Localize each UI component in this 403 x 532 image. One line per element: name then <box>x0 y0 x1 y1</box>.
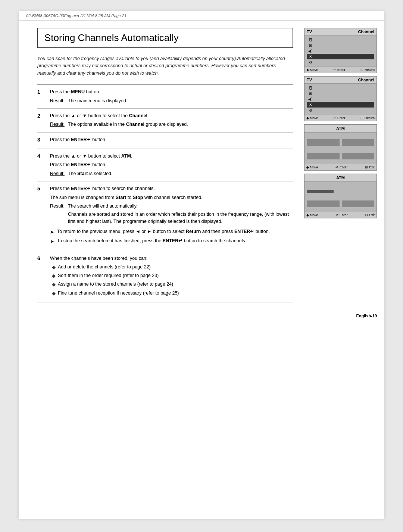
footer-move-2: ◆ Move <box>306 116 318 120</box>
tv-label-1: TV <box>307 29 312 34</box>
tv-panel-2-footer: ◆ Move ↵ Enter ⊟ Return <box>304 115 377 121</box>
bullet-text-4: Fine tune channel reception if necessary… <box>58 290 179 297</box>
page-title: Storing Channels Automatically <box>44 32 286 44</box>
footer-enter-1: ↵ Enter <box>333 68 345 72</box>
step-5-detail: Channels are sorted and stored in an ord… <box>68 211 293 225</box>
main-content: Storing Channels Automatically You can s… <box>37 28 297 302</box>
footer-return-2: ⊟ Return <box>360 116 375 120</box>
atm-panel-1-footer: ◆ Move ↵ Enter ⊟ Exit <box>304 164 377 170</box>
picture-icon-2: 🖼 <box>308 86 313 90</box>
step-3-row: 3 Press the ENTER↵ button. <box>37 133 293 149</box>
result-text-4: The Start is selected. <box>68 170 113 177</box>
atm-footer-exit-2: ⊟ Exit <box>365 213 375 217</box>
tv-menu-vol-2: ◀) <box>307 96 374 102</box>
bullet-text-1: Add or delete the channels (refer to pag… <box>58 264 151 271</box>
atm-footer-move-1: ◆ Move <box>306 165 318 169</box>
tv-panel-2: TV Channel 🖼 ⊞ ◀) ✕ <box>304 76 377 121</box>
step-4-row: 4 Press the ▲ or ▼ button to select ATM.… <box>37 149 293 181</box>
tv-menu-sound-2: ⊞ <box>307 91 374 96</box>
step-6-content: When the channels have been stored, you … <box>50 255 293 298</box>
step-5-arrow2: ➤ To stop the search before it has finis… <box>50 237 293 245</box>
tv-menu-channel-sel-2: ✕ <box>307 102 374 108</box>
step-4-line2: Press the ENTER↵ button. <box>50 161 293 168</box>
triangle-icon-2: ➤ <box>50 238 54 245</box>
atm-panel-2-header: ATM <box>304 174 377 182</box>
atm-box-3b <box>342 200 375 207</box>
tv-menu-picture-2: 🖼 <box>307 85 374 91</box>
step-3-content: Press the ENTER↵ button. <box>50 136 293 145</box>
vol-icon: ◀) <box>308 49 313 53</box>
step-2-content: Press the ▲ or ▼ button to select the Ch… <box>50 112 293 128</box>
page-wrapper: 02-BN68-00574C-00Eng.qxd 2/11/04 8:25 AM… <box>19 11 384 519</box>
atm-box-1a <box>307 139 340 146</box>
step-1-row: 1 Press the MENU button. Result: The mai… <box>37 85 293 109</box>
step-2-num: 2 <box>37 112 46 119</box>
footer-move-1: ◆ Move <box>306 68 318 72</box>
content-area: Storing Channels Automatically You can s… <box>19 21 384 310</box>
step-2-instruction: Press the ▲ or ▼ button to select the Ch… <box>50 112 293 119</box>
channel-icon-2: ✕ <box>308 103 313 107</box>
result-label-2: Result: <box>50 121 66 128</box>
step-6-instruction: When the channels have been stored, you … <box>50 255 293 262</box>
step-2-row: 2 Press the ▲ or ▼ button to select the … <box>37 109 293 133</box>
step-6-num: 6 <box>37 255 46 261</box>
result-label-5: Result: <box>50 203 66 210</box>
step-4-result: Result: The Start is selected. <box>50 170 293 177</box>
file-info: 02-BN68-00574C-00Eng.qxd 2/11/04 8:25 AM… <box>26 13 126 18</box>
tv-panel-2-body: 🖼 ⊞ ◀) ✕ ⚙ <box>304 84 377 115</box>
result-label-4: Result: <box>50 170 66 177</box>
atm-panel-2: ATM ◆ Move ↵ Enter ⊟ Exit <box>304 174 377 218</box>
atm-panel-1-body <box>304 133 377 164</box>
atm-box-1b <box>342 139 375 146</box>
bullet-icon-4: ◆ <box>52 290 56 297</box>
atm-progress-line <box>307 190 334 193</box>
page-footer: English-19 <box>19 310 384 322</box>
atm-box-2a <box>307 153 340 159</box>
atm-spacer-4 <box>307 196 374 200</box>
bullet-2: ◆ Sort them in the order required (refer… <box>52 272 293 280</box>
step-4-instruction: Press the ▲ or ▼ button to select ATM. <box>50 153 293 160</box>
step-4-num: 4 <box>37 153 46 159</box>
atm-row-1 <box>307 139 374 146</box>
step-2-result: Result: The options available in the Cha… <box>50 121 293 128</box>
result-text-5: The search will end automatically. <box>68 203 138 210</box>
atm-spacer-2 <box>307 148 374 153</box>
atm-footer-enter-2: ↵ Enter <box>335 213 347 217</box>
tv-panel-2-header: TV Channel <box>304 77 377 84</box>
step-5-arrow2-text: To stop the search before it has finishe… <box>57 237 246 245</box>
tv-menu-setup-2: ⚙ <box>307 108 374 113</box>
atm-row-2 <box>307 153 374 159</box>
tv-panel-1: TV Channel 🖼 ⊞ ◀) ✕ <box>304 28 377 73</box>
vol-icon-2: ◀) <box>308 97 313 101</box>
footer-enter-2: ↵ Enter <box>333 116 345 120</box>
bullet-text-3: Assign a name to the stored channels (re… <box>58 281 173 288</box>
tv-menu-vol: ◀) <box>307 48 374 54</box>
step-5-instruction: Press the ENTER↵ button to search the ch… <box>50 185 293 192</box>
setup-icon: ⚙ <box>308 60 313 64</box>
right-panels: TV Channel 🖼 ⊞ ◀) ✕ <box>304 28 377 302</box>
step-6-row: 6 When the channels have been stored, yo… <box>37 251 293 302</box>
bullet-3: ◆ Assign a name to the stored channels (… <box>52 281 293 288</box>
bullet-text-2: Sort them in the order required (refer t… <box>58 272 159 279</box>
result-label-1: Result: <box>50 97 66 105</box>
steps-container: 1 Press the MENU button. Result: The mai… <box>37 84 293 302</box>
step-1-instruction: Press the MENU button. <box>50 88 293 96</box>
atm-panel-1-header: ATM <box>304 125 377 133</box>
atm-footer-exit-1: ⊟ Exit <box>365 165 375 169</box>
tv-menu-picture: 🖼 <box>307 37 374 43</box>
footer-return-1: ⊟ Return <box>360 68 375 72</box>
atm-panel-1: ATM ◆ Move ↵ Enter ⊟ Exit <box>304 124 377 171</box>
result-text-2: The options available in the Channel gro… <box>68 121 188 128</box>
step-5-num: 5 <box>37 185 46 192</box>
step-1-result: Result: The main menu is displayed. <box>50 97 293 105</box>
step-5-arrow1: ➤ To return to the previous menu, press … <box>50 228 293 236</box>
step-3-num: 3 <box>37 136 46 143</box>
channel-label-1: Channel <box>358 29 374 34</box>
page-title-box: Storing Channels Automatically <box>37 28 293 48</box>
page-number: English-19 <box>356 314 377 318</box>
atm-spacer-3 <box>307 184 374 187</box>
atm-panel-2-footer: ◆ Move ↵ Enter ⊟ Exit <box>304 212 377 218</box>
step-4-content: Press the ▲ or ▼ button to select ATM. P… <box>50 153 293 177</box>
step-3-instruction: Press the ENTER↵ button. <box>50 136 293 143</box>
step-1-num: 1 <box>37 88 46 95</box>
